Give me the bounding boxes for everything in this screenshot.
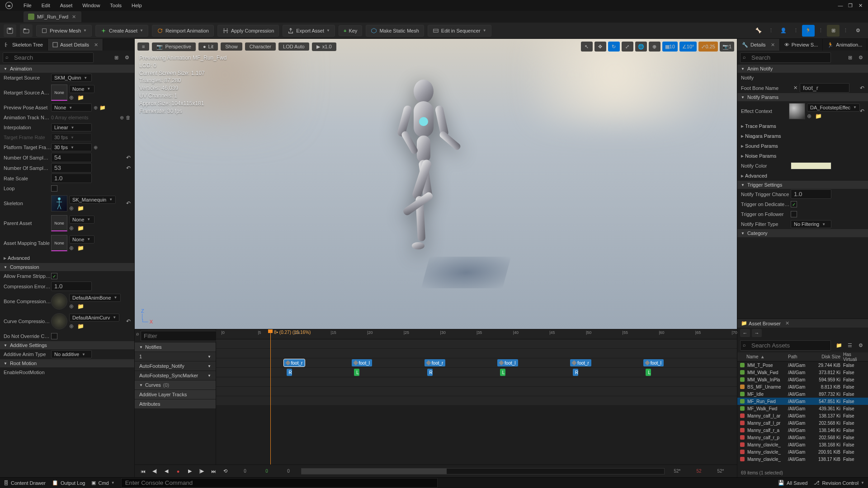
sync-marker[interactable]: R	[287, 369, 292, 376]
override-checkbox[interactable]	[51, 333, 57, 339]
foot-bone-input[interactable]	[800, 83, 849, 93]
menu-window[interactable]: Window	[78, 1, 104, 9]
step-fwd-icon[interactable]: |▶	[197, 467, 206, 476]
use-selected-icon[interactable]: ⊕	[69, 323, 75, 329]
content-drawer-button[interactable]: 🗄 Content Drawer	[4, 480, 46, 486]
browse-to-icon[interactable]: 📁	[77, 245, 84, 251]
tab-preview-scene[interactable]: 👁Preview S...	[780, 39, 823, 51]
camera-speed-button[interactable]: 📷 1	[720, 42, 734, 52]
asset-item[interactable]: MF_Run_Fwd/All/Gam547.851 KiFalse	[737, 398, 868, 405]
revision-control-button[interactable]: ⎇ Revision Control ▼	[814, 480, 864, 486]
asset-item[interactable]: MF_Idle/All/Gam897.732 KiFalse	[737, 390, 868, 398]
asset-mapping-dropdown[interactable]: None▼	[69, 235, 94, 244]
apply-compression-button[interactable]: Apply Compression	[217, 25, 279, 37]
sync-marker[interactable]: L	[646, 369, 651, 376]
asset-thumbnail[interactable]: None	[51, 235, 67, 251]
physics-mode-icon[interactable]: ⚙	[852, 25, 864, 37]
track-autofootstep-sync[interactable]: AutoFootstep_SyncMarker▼	[135, 371, 216, 380]
console-input[interactable]	[121, 478, 438, 488]
to-start-icon[interactable]: ⏮	[138, 467, 147, 476]
notify-marker[interactable]: foot_r	[570, 359, 591, 366]
reimport-button[interactable]: Reimport Animation	[152, 25, 214, 37]
character-button[interactable]: Character	[245, 42, 276, 51]
notify-marker[interactable]: foot_l	[497, 359, 518, 366]
trigger-chance-input[interactable]	[791, 189, 831, 199]
search-input[interactable]	[3, 52, 94, 63]
browse-to-icon[interactable]: 📁	[77, 94, 84, 101]
menu-file[interactable]: File	[19, 1, 36, 9]
use-selected-icon[interactable]: ⊕	[94, 105, 98, 111]
save-icon[interactable]	[4, 24, 16, 37]
col-size[interactable]: Disk Size	[813, 354, 840, 359]
browse-to-icon[interactable]: 📁	[77, 323, 84, 329]
menu-edit[interactable]: Edit	[37, 1, 55, 9]
track-additive[interactable]: Additive Layer Tracks	[135, 390, 216, 399]
maximize-icon[interactable]: ❐	[846, 3, 854, 9]
sync-marker[interactable]: R	[573, 369, 578, 376]
all-saved-button[interactable]: 💾 All Saved	[778, 480, 807, 486]
angle-snap-button[interactable]: ∠ 10°	[679, 42, 697, 52]
track-autofootstep-notify[interactable]: AutoFootstep_Notify▼	[135, 361, 216, 371]
details-search-input[interactable]	[740, 52, 831, 63]
use-selected-icon[interactable]: ⊕	[69, 225, 75, 231]
grid-view-icon[interactable]: ⊞	[112, 53, 121, 62]
tab-close-icon[interactable]: ✕	[71, 14, 77, 20]
settings-icon[interactable]: ⚙	[123, 53, 132, 62]
menu-tools[interactable]: Tools	[105, 1, 126, 9]
asset-item[interactable]: MF_Walk_Fwd/All/Gam439.361 KiFalse	[737, 405, 868, 412]
loop-icon[interactable]: ⟲	[221, 467, 230, 476]
browse-to-icon[interactable]: 📁	[77, 303, 84, 310]
snap-globe-icon[interactable]: ⊕	[649, 42, 660, 52]
lit-button[interactable]: ● Lit	[198, 42, 218, 51]
asset-item[interactable]: Manny_clavicle_/All/Gam138.168 KiFalse	[737, 441, 868, 448]
filter-type-dropdown[interactable]: No Filtering▼	[791, 220, 831, 228]
asset-dropdown[interactable]: None▼	[69, 85, 94, 93]
lod-button[interactable]: LOD Auto	[278, 42, 309, 51]
edit-in-sequencer-button[interactable]: Edit in Sequencer▼	[428, 25, 491, 37]
menu-help[interactable]: Help	[127, 1, 146, 9]
additive-type-dropdown[interactable]: No additive▼	[51, 350, 92, 358]
retarget-source-dropdown[interactable]: SKM_Quinn▼	[51, 74, 92, 82]
platform-fps-dropdown[interactable]: 30 fps▼	[51, 143, 92, 151]
dedicated-checkbox[interactable]	[791, 201, 797, 207]
export-asset-button[interactable]: Export Asset▼	[283, 25, 335, 37]
playhead[interactable]	[270, 329, 271, 465]
asset-item[interactable]: Manny_calf_l_pr/All/Gam202.568 KiFalse	[737, 419, 868, 427]
asset-item[interactable]: BS_MF_Unarme/All/Gam8.813 KiBFalse	[737, 383, 868, 390]
browse-to-icon[interactable]: 📁	[77, 205, 84, 211]
color-swatch[interactable]	[791, 162, 831, 169]
play-icon[interactable]: ▶	[185, 467, 194, 476]
filter-icon[interactable]: ☰	[845, 341, 854, 350]
section-animation[interactable]: ▼Animation	[0, 65, 134, 73]
nav-forward-icon[interactable]: →	[752, 329, 762, 337]
notify-marker[interactable]: foot_l	[643, 359, 664, 366]
frame-stripping-checkbox[interactable]	[51, 273, 57, 279]
tab-asset-details[interactable]: Asset Details ✕	[48, 39, 103, 51]
add-override-icon[interactable]: ⊕	[94, 145, 98, 150]
notify-marker[interactable]: foot_r	[284, 359, 305, 366]
advanced-expander[interactable]: ▶ Advanced	[0, 253, 134, 263]
folder-icon[interactable]: 📁	[835, 341, 844, 350]
output-log-button[interactable]: 📋 Output Log	[52, 480, 85, 486]
use-selected-icon[interactable]: ⊕	[69, 205, 75, 211]
section-trigger-settings[interactable]: ▼Trigger Settings	[737, 181, 868, 189]
rate-scale-input[interactable]	[51, 174, 92, 183]
col-name[interactable]: Name ▲	[746, 354, 788, 359]
loop-checkbox[interactable]	[51, 185, 57, 192]
dots-icon[interactable]: ⋮	[767, 28, 775, 33]
asset-item[interactable]: MM_Walk_InPla/All/Gam594.959 KiFalse	[737, 376, 868, 383]
browse-icon[interactable]	[20, 24, 33, 37]
skeletal-mesh-mode-icon[interactable]: 👤	[777, 25, 790, 37]
use-selected-icon[interactable]: ⊕	[69, 245, 75, 251]
cmd-button[interactable]: ▣ Cmd ▼	[91, 480, 114, 486]
follower-checkbox[interactable]	[791, 211, 797, 217]
use-selected-icon[interactable]: ⊕	[69, 94, 75, 101]
step-back-icon[interactable]: ◀|	[150, 467, 159, 476]
expand-sound-params[interactable]: ▶ Sound Params	[737, 141, 868, 151]
animation-mode-icon[interactable]: 🏃	[802, 25, 815, 37]
skeleton-mode-icon[interactable]: 🦴	[752, 25, 765, 37]
document-tab[interactable]: MF_Run_Fwd ✕	[24, 11, 81, 22]
bone-comp-thumbnail[interactable]	[51, 293, 67, 310]
preview-pose-dropdown[interactable]: None▼	[51, 103, 92, 112]
sync-marker[interactable]: L	[500, 369, 505, 376]
